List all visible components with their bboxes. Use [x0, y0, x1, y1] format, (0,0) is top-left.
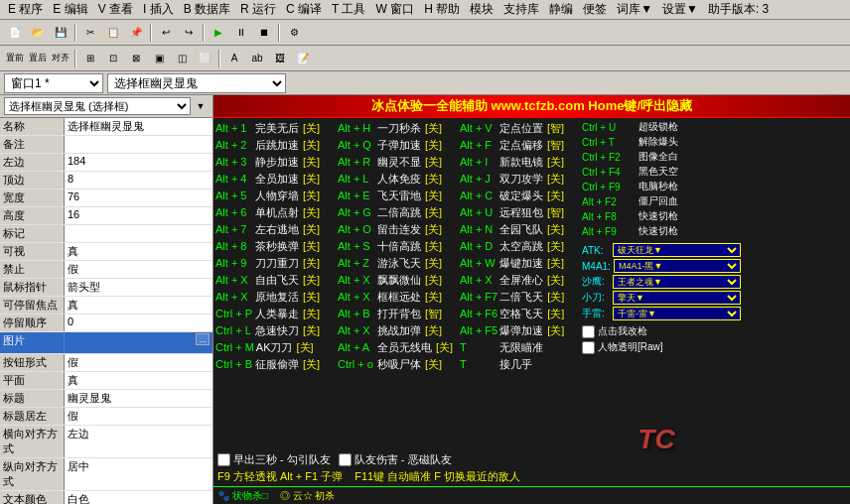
- tb2-11[interactable]: ab: [246, 48, 268, 69]
- prop-row-3: 顶边8: [0, 172, 212, 189]
- paste-button[interactable]: 📌: [125, 22, 147, 44]
- menu-file[interactable]: E 程序: [4, 0, 47, 19]
- bottom-row-hotkeys: F9 方轻透视 Alt + F1 子弹F11键 自动瞄准 F 切换最近的敌人: [217, 469, 846, 484]
- tb2-9[interactable]: ⬜: [194, 48, 215, 69]
- prop-row-17: 横向对齐方式左边: [0, 426, 212, 458]
- hotkey-row: Alt + U远程狙包[智]: [460, 204, 579, 220]
- prop-value-12: ...: [65, 332, 212, 353]
- window-tab-select[interactable]: 窗口1 *: [4, 73, 103, 93]
- weapon-select-0[interactable]: 破天狂龙▼: [613, 243, 741, 257]
- tb2-2[interactable]: 置后: [27, 48, 49, 69]
- hotkey-row: Alt + A全员无线电[关]: [338, 339, 457, 355]
- left-panel-header: 选择框幽灵显鬼 (选择框) ▼: [0, 95, 212, 118]
- hotkey-row: Alt + L人体免疫[关]: [338, 171, 457, 187]
- menu-dict[interactable]: 词库▼: [613, 0, 656, 19]
- tb2-12[interactable]: 🖼: [269, 48, 291, 69]
- menu-database[interactable]: B 数据库: [180, 0, 234, 19]
- prop-value-5: 16: [65, 207, 212, 224]
- prop-row-12[interactable]: 图片 ...: [0, 332, 212, 354]
- tb2-4[interactable]: ⊞: [79, 48, 101, 69]
- toolbar-1: 📄 📂 💾 ✂ 📋 📌 ↩ ↪ ▶ ⏸ ⏹ ⚙: [0, 20, 850, 46]
- hotkey-row: T无限瞄准: [460, 339, 579, 355]
- menu-module[interactable]: 模块: [466, 0, 497, 19]
- prop-label-11: 停留顺序: [0, 315, 65, 331]
- weapon-select-3[interactable]: 擎天▼: [613, 291, 741, 305]
- properties-table: 名称选择框幽灵显鬼备注左边184顶边8宽度76高度16标记可视真禁止假鼠标指针箭…: [0, 118, 212, 504]
- menu-view[interactable]: V 查看: [94, 0, 137, 19]
- img-browse-btn[interactable]: ...: [196, 333, 210, 345]
- side-label-row-1: M4A1:M4A1-黑▼: [582, 259, 741, 273]
- prop-label-15: 标题: [0, 390, 65, 407]
- tb2-8[interactable]: ◫: [171, 48, 193, 69]
- prop-row-4: 宽度76: [0, 189, 212, 207]
- hotkey-row: Alt + D太空高跳[关]: [460, 238, 579, 254]
- bottom-checkbox-0[interactable]: [217, 453, 230, 466]
- hotkey-row: Alt + X原地复活[关]: [215, 289, 335, 305]
- side-checkbox-0[interactable]: [582, 325, 595, 338]
- prop-label-7: 可视: [0, 243, 65, 260]
- hotkey-row: Alt + R幽灵不显[关]: [338, 154, 457, 170]
- tb2-6[interactable]: ⊠: [125, 48, 147, 69]
- prop-value-9: 箭头型: [65, 279, 212, 296]
- selector-tab-select[interactable]: 选择框幽灵显鬼: [107, 73, 286, 93]
- menu-insert[interactable]: I 插入: [139, 0, 178, 19]
- weapon-select-1[interactable]: M4A1-黑▼: [614, 259, 741, 273]
- bottom-checkbox-1[interactable]: [339, 453, 352, 466]
- left-panel: 选择框幽灵显鬼 (选择框) ▼ 名称选择框幽灵显鬼备注左边184顶边8宽度76高…: [0, 95, 213, 504]
- prop-label-19: 文本颜色: [0, 491, 65, 504]
- redo-button[interactable]: ↪: [178, 22, 200, 44]
- prop-row-6: 标记: [0, 225, 212, 243]
- hotkey-row: Alt + C破定爆头[关]: [460, 188, 579, 203]
- hotkey-row: Alt + F5爆弹加速[关]: [460, 322, 579, 338]
- sep-1: [74, 24, 76, 42]
- tb2-1[interactable]: 置前: [4, 48, 26, 69]
- save-button[interactable]: 💾: [50, 22, 71, 44]
- menu-compile[interactable]: C 编译: [282, 0, 326, 19]
- extra-button[interactable]: ⚙: [283, 22, 305, 44]
- tb2-5[interactable]: ⊡: [102, 48, 124, 69]
- hotkey-row: Alt + Z游泳飞天[关]: [338, 255, 457, 271]
- cut-button[interactable]: ✂: [79, 22, 101, 44]
- right-panel: 冰点体验一全能辅助 www.tcfzb.com Home键/呼出隐藏 Alt +…: [213, 95, 850, 504]
- prop-value-11: 0: [65, 315, 212, 331]
- weapon-select-4[interactable]: 千雷-雷▼: [613, 307, 741, 320]
- menu-run[interactable]: R 运行: [236, 0, 280, 19]
- menu-help[interactable]: H 帮助: [420, 0, 464, 19]
- sep-6: [218, 50, 220, 67]
- ctrl-row-4: Ctrl + F9电脑秒枪: [582, 180, 741, 193]
- run-button[interactable]: ▶: [208, 22, 229, 44]
- menu-tools[interactable]: T 工具: [328, 0, 369, 19]
- hotkey-col-1: Alt + 1完美无后[关]Alt + 2后跳加速[关]Alt + 3静步加速[…: [215, 120, 335, 485]
- prop-row-19: 文本颜色白色: [0, 491, 212, 504]
- side-label-row-4: 手雷:千雷-雷▼: [582, 307, 741, 320]
- main-area: 选择框幽灵显鬼 (选择框) ▼ 名称选择框幽灵显鬼备注左边184顶边8宽度76高…: [0, 95, 850, 504]
- sep-5: [74, 50, 76, 67]
- menu-support[interactable]: 支持库: [499, 0, 543, 19]
- dropdown-btn[interactable]: ▼: [193, 98, 209, 114]
- tb2-3[interactable]: 对齐: [50, 48, 71, 69]
- pause-button[interactable]: ⏸: [230, 22, 252, 44]
- menu-tag[interactable]: 便签: [579, 0, 611, 19]
- menu-settings[interactable]: 设置▼: [658, 0, 702, 19]
- menu-window[interactable]: W 窗口: [372, 0, 419, 19]
- menu-edit[interactable]: E 编辑: [49, 0, 91, 19]
- menu-silent[interactable]: 静编: [545, 0, 577, 19]
- stop-button[interactable]: ⏹: [253, 22, 275, 44]
- tb2-13[interactable]: 📝: [292, 48, 314, 69]
- prop-row-15: 标题幽灵显鬼: [0, 390, 212, 408]
- prop-row-7: 可视真: [0, 243, 212, 261]
- prop-label-0: 名称: [0, 118, 65, 135]
- weapon-select-2[interactable]: 王者之魂▼: [613, 275, 741, 289]
- tb2-7[interactable]: ▣: [148, 48, 170, 69]
- hotkey-row: Alt + G二倍高跳[关]: [338, 204, 457, 220]
- open-button[interactable]: 📂: [27, 22, 49, 44]
- tc-watermark: TC: [627, 415, 686, 464]
- new-button[interactable]: 📄: [4, 22, 26, 44]
- side-checkbox-1[interactable]: [582, 341, 595, 354]
- undo-button[interactable]: ↩: [155, 22, 177, 44]
- component-select[interactable]: 选择框幽灵显鬼 (选择框): [4, 97, 191, 115]
- tb2-10[interactable]: A: [223, 48, 245, 69]
- side-checkbox-row-1: 人物透明[Raw]: [582, 340, 741, 354]
- hotkey-row: Alt + 6单机点射[关]: [215, 204, 335, 220]
- copy-button[interactable]: 📋: [102, 22, 124, 44]
